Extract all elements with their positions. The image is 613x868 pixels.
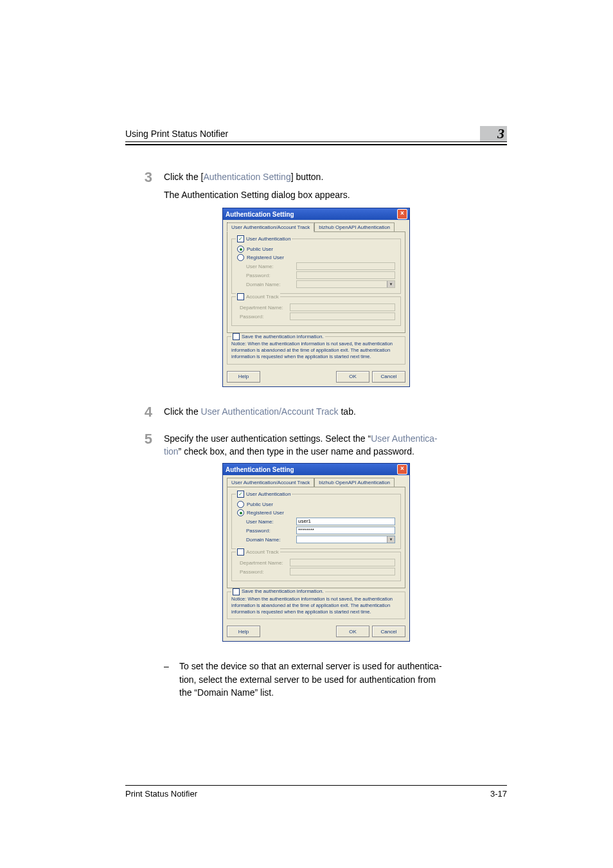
password-label: Password: <box>246 273 296 278</box>
step-text: Click the User Authentication/Account Tr… <box>164 405 507 418</box>
save-auth-label: Save the authentication information. <box>242 334 324 340</box>
acct-password-field[interactable] <box>290 312 395 320</box>
cancel-button[interactable]: Cancel <box>372 626 405 637</box>
auth-dialog-2: Authentication Setting × User Authentica… <box>222 463 410 642</box>
dialog-titlebar: Authentication Setting × <box>223 208 409 220</box>
cancel-button[interactable]: Cancel <box>372 371 405 383</box>
domain-name-label: Domain Name: <box>246 282 296 287</box>
step-3: 3 Click the [Authentication Setting] but… <box>125 170 507 185</box>
notice-text: Notice: When the authentication informat… <box>231 596 401 615</box>
public-user-label: Public User <box>247 502 273 507</box>
save-auth-checkbox[interactable] <box>233 588 240 595</box>
account-track-label: Account Track <box>246 549 279 555</box>
user-auth-label: User Authentication <box>246 491 290 497</box>
step-5: 5 Specify the user authentication settin… <box>125 432 507 458</box>
public-user-label: Public User <box>247 246 273 252</box>
help-button[interactable]: Help <box>227 626 260 637</box>
registered-user-radio[interactable] <box>237 254 244 261</box>
running-header: Using Print Status Notifier <box>125 129 228 139</box>
domain-name-label: Domain Name: <box>246 537 296 543</box>
dialog-title: Authentication Setting <box>226 211 294 218</box>
footer-title: Print Status Notifier <box>125 789 197 799</box>
user-auth-group: User Authentication Public User Register… <box>231 239 401 294</box>
tab-user-auth[interactable]: User Authentication/Account Track <box>227 478 314 487</box>
page-number: 3-17 <box>490 789 507 799</box>
auth-dialog-1: Authentication Setting × User Authentica… <box>222 208 410 386</box>
dialog-titlebar: Authentication Setting × <box>223 464 409 475</box>
step-number: 3 <box>125 170 164 185</box>
footer-rule <box>125 785 507 786</box>
ok-button[interactable]: OK <box>336 371 369 383</box>
public-user-radio[interactable] <box>237 501 244 508</box>
domain-name-combo[interactable]: ▼ <box>296 536 395 543</box>
dept-name-label: Department Name: <box>240 305 290 311</box>
tab-user-auth[interactable]: User Authentication/Account Track <box>227 222 314 232</box>
acct-password-label: Password: <box>240 314 290 320</box>
dept-name-field[interactable] <box>290 559 395 566</box>
step-3-sub: The Authentication Setting dialog box ap… <box>164 188 507 201</box>
step-5-bullet: – To set the device so that an external … <box>164 660 507 699</box>
user-auth-checkbox[interactable] <box>237 491 244 498</box>
user-name-field[interactable] <box>296 262 395 270</box>
save-auth-group: Save the authentication information. Not… <box>227 336 405 364</box>
registered-user-label: Registered User <box>247 510 284 516</box>
user-auth-checkbox[interactable] <box>237 235 244 242</box>
password-field[interactable]: ******** <box>296 527 395 534</box>
chapter-badge: 3 <box>480 126 507 141</box>
save-auth-label: Save the authentication information. <box>242 588 324 595</box>
tab-openapi-auth[interactable]: bizhub OpenAPI Authentication <box>314 222 395 232</box>
notice-text: Notice: When the authentication informat… <box>231 341 401 359</box>
help-button[interactable]: Help <box>227 371 260 383</box>
account-track-group: Account Track Department Name: Password: <box>231 296 401 326</box>
account-track-group: Account Track Department Name: Password: <box>231 552 401 581</box>
close-icon[interactable]: × <box>397 464 407 475</box>
dept-name-label: Department Name: <box>240 560 290 566</box>
user-name-label: User Name: <box>246 519 296 525</box>
account-track-checkbox[interactable] <box>237 293 244 300</box>
dept-name-field[interactable] <box>290 303 395 311</box>
step-text: Click the [Authentication Setting] butto… <box>164 170 507 183</box>
step-4: 4 Click the User Authentication/Account … <box>125 405 507 419</box>
save-auth-checkbox[interactable] <box>233 333 240 340</box>
public-user-radio[interactable] <box>237 246 244 253</box>
dialog-title: Authentication Setting <box>226 466 294 473</box>
user-name-field[interactable]: user1 <box>296 518 395 525</box>
chevron-down-icon: ▼ <box>387 281 395 287</box>
step-number: 5 <box>125 432 164 446</box>
password-label: Password: <box>246 528 296 534</box>
user-auth-group: User Authentication Public User Register… <box>231 494 401 549</box>
registered-user-label: Registered User <box>247 255 284 260</box>
acct-password-label: Password: <box>240 569 290 575</box>
account-track-label: Account Track <box>246 294 279 300</box>
close-icon[interactable]: × <box>397 209 407 219</box>
step-text: Specify the user authentication settings… <box>164 432 507 458</box>
user-name-label: User Name: <box>246 264 296 269</box>
step-number: 4 <box>125 405 164 419</box>
acct-password-field[interactable] <box>290 568 395 575</box>
tab-openapi-auth[interactable]: bizhub OpenAPI Authentication <box>314 478 395 487</box>
ok-button[interactable]: OK <box>336 626 369 637</box>
account-track-checkbox[interactable] <box>237 548 244 556</box>
header-rule <box>125 141 507 145</box>
save-auth-group: Save the authentication information. Not… <box>227 592 405 619</box>
domain-name-combo[interactable]: ▼ <box>296 280 395 288</box>
chevron-down-icon: ▼ <box>387 536 395 543</box>
password-field[interactable] <box>296 271 395 279</box>
registered-user-radio[interactable] <box>237 509 244 516</box>
user-auth-label: User Authentication <box>246 236 290 242</box>
